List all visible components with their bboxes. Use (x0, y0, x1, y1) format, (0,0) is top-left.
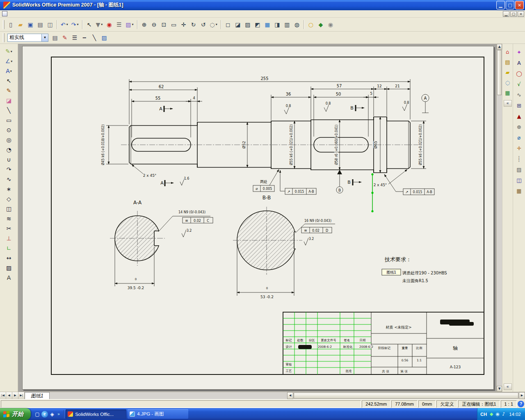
redo-button[interactable]: ↷▾ (70, 20, 80, 30)
taskbar-solidworks-button[interactable]: SolidWorks Offic... (66, 409, 126, 419)
solidworks-resources-tab[interactable]: ⌂ (503, 47, 512, 56)
shaded-button[interactable]: ■ (262, 20, 272, 30)
save-button[interactable]: ▣ (25, 20, 35, 30)
circle-tool[interactable]: ⊙ (4, 125, 14, 135)
note-tool[interactable]: A (4, 273, 14, 283)
zoom-area-button[interactable]: ▭ (169, 20, 179, 30)
graphics-area[interactable]: 2556255436575051221Ø45 k6 (+0.018/+0.002… (18, 44, 496, 392)
offset-tool[interactable]: ≋ (4, 214, 14, 224)
drawing-svg[interactable]: 2556255436575051221Ø45 k6 (+0.018/+0.002… (23, 46, 494, 390)
add-relation-tool[interactable]: ⊥ (4, 233, 14, 243)
vertical-scroll-track[interactable] (497, 96, 502, 386)
display-relations-tool[interactable]: ∟ (4, 243, 14, 253)
mirror-tool[interactable]: ◫ (4, 204, 14, 214)
trim-tool[interactable]: ✂ (4, 224, 14, 233)
lights-button[interactable]: ○ (306, 20, 316, 30)
scroll-down-button[interactable]: ▼ (497, 386, 502, 392)
selection-filter-button[interactable]: ▼▾ (94, 20, 105, 30)
toolbar-grip[interactable] (3, 33, 5, 42)
surface-finish-button[interactable]: √ (514, 79, 524, 89)
zoom-in-button[interactable]: ⊕ (139, 20, 149, 30)
center-mark-button[interactable]: ✛ (514, 143, 524, 153)
tab-scroll-last[interactable]: ▶| (18, 392, 25, 399)
antivirus-tray-icon[interactable]: ◆ (490, 411, 493, 417)
table-button[interactable]: ▦ (514, 186, 524, 196)
annotation-flyout-button[interactable]: A▾ (4, 66, 14, 76)
open-button[interactable]: ▰ (16, 20, 25, 30)
view-palette-tab[interactable]: ▦ (503, 88, 512, 97)
horizontal-scrollbar[interactable]: ◀ ▶ (287, 392, 525, 399)
color-display-button[interactable]: ▨ (99, 33, 109, 43)
refresh-button[interactable]: ◌▾ (208, 20, 219, 30)
three-point-arc-tool[interactable]: ↷ (4, 164, 14, 174)
line-thickness-button[interactable]: ☰ (70, 33, 80, 43)
centerpoint-arc-tool[interactable]: ◔ (4, 145, 14, 155)
layer-button[interactable]: ▤ (50, 33, 60, 43)
menu-view[interactable] (23, 14, 29, 14)
menu-edit[interactable] (16, 14, 23, 14)
zoom-fit-button[interactable]: ⊡ (159, 20, 169, 30)
sketch-flyout-button[interactable]: ✎▾ (4, 46, 14, 56)
rebuild-button[interactable]: ◉ (104, 20, 114, 30)
select-button[interactable]: ↖ (84, 20, 94, 30)
collapse-task-pane-button[interactable]: « (504, 100, 512, 107)
tangent-arc-tool[interactable]: ∪ (4, 155, 14, 164)
hole-callout-button[interactable]: ⌀ (514, 132, 524, 142)
menu-file[interactable] (9, 14, 16, 14)
geometric-tolerance-button[interactable]: ⊞ (514, 100, 524, 110)
child-minimize-button[interactable]: ▁ (503, 11, 509, 17)
line-style-select[interactable]: 粗实线 ▾ (7, 34, 48, 42)
pan-button[interactable]: ✛ (179, 20, 189, 30)
scene-button[interactable]: ◉ (326, 20, 336, 30)
file-explorer-tab[interactable]: ▰ (503, 68, 512, 77)
new-button[interactable]: ▯ (6, 20, 16, 30)
sheet-tab[interactable]: 图纸1 (25, 392, 50, 399)
note-button[interactable]: A (514, 58, 524, 68)
zoom-out-button[interactable]: ⊖ (149, 20, 159, 30)
vertical-scroll-thumb[interactable] (497, 50, 502, 95)
camera-button[interactable]: ◍ (292, 20, 302, 30)
media-player-icon[interactable]: ◈ (48, 410, 56, 418)
point-tool[interactable]: ∗ (4, 184, 14, 194)
document-icon[interactable] (2, 11, 7, 16)
line-style-button[interactable]: ┅ (80, 33, 89, 43)
hidden-lines-visible-button[interactable]: ◪ (233, 20, 243, 30)
drawing-sheet[interactable]: 2556255436575051221Ø45 k6 (+0.018/+0.002… (22, 46, 494, 390)
eraser-tool[interactable]: ◪ (4, 96, 14, 105)
hide-edge-button[interactable]: ╲ (89, 33, 99, 43)
weld-symbol-button[interactable]: ∿ (514, 90, 524, 100)
quick-launch-overflow[interactable]: » (56, 412, 61, 416)
toolbar-grip[interactable] (3, 20, 5, 29)
dimension-flyout-button[interactable]: ∠▾ (4, 56, 14, 66)
start-button[interactable]: 开始 (0, 408, 31, 420)
line-tool[interactable]: ╲ (4, 105, 14, 115)
wireframe-button[interactable]: ◻ (223, 20, 233, 30)
color-button[interactable]: ▨▾ (124, 20, 135, 30)
print-preview-button[interactable]: ◫ (45, 20, 55, 30)
undo-button[interactable]: ↶▾ (59, 20, 70, 30)
ie-icon[interactable]: e (41, 411, 48, 418)
restore-button[interactable]: ▢ (506, 1, 514, 9)
help-icon[interactable]: ? (518, 401, 524, 407)
datum-target-button[interactable]: ⊕ (514, 122, 524, 132)
menu-help[interactable] (49, 14, 55, 14)
hatch-tool[interactable]: ▨ (4, 263, 14, 273)
centerline-button[interactable]: ┊ (514, 154, 524, 164)
tab-scroll-prev[interactable]: ◀ (6, 392, 12, 399)
datum-feature-button[interactable]: ▲ (514, 111, 524, 121)
print-button[interactable]: ▤ (35, 20, 45, 30)
previous-view-button[interactable]: ↺ (199, 20, 208, 30)
balloon-button[interactable]: ◯ (514, 68, 524, 78)
language-indicator[interactable]: CH (480, 412, 487, 417)
spline-tool[interactable]: ∿ (4, 174, 14, 184)
shadows-button[interactable]: ◨ (272, 20, 282, 30)
taskbar-paint-button[interactable]: 4.JPG - 画图 (128, 409, 188, 419)
horizontal-scroll-thumb[interactable] (294, 393, 518, 399)
scroll-up-button[interactable]: ▲ (497, 44, 502, 50)
menu-window[interactable] (42, 14, 49, 14)
show-desktop-icon[interactable]: ▢ (33, 410, 41, 418)
design-library-tab[interactable]: ▤ (503, 57, 512, 66)
scroll-left-button[interactable]: ◀ (287, 392, 293, 399)
volume-tray-icon[interactable]: ♪ (502, 411, 505, 417)
network-tray-icon[interactable]: ◉ (496, 411, 500, 417)
